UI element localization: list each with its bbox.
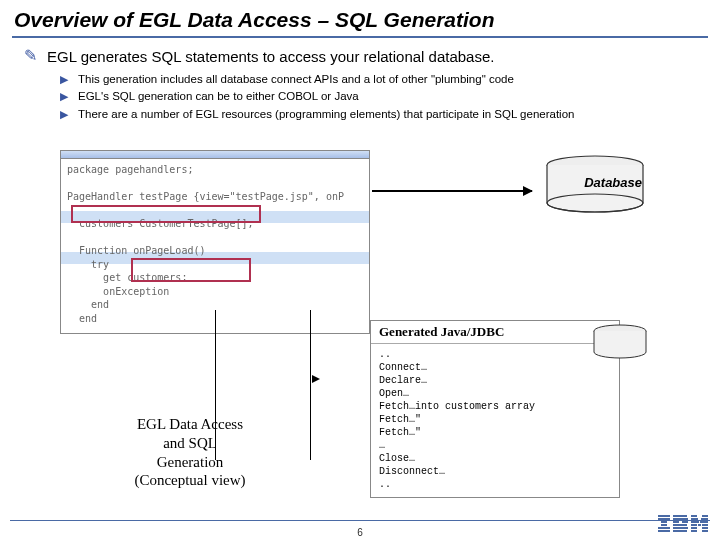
svg-rect-10 — [673, 518, 688, 520]
arrow-icon — [312, 375, 320, 383]
slide-title: Overview of EGL Data Access – SQL Genera… — [0, 0, 720, 36]
svg-rect-12 — [682, 521, 688, 523]
svg-rect-8 — [658, 530, 670, 532]
sub-bullet: ▶ EGL's SQL generation can be to either … — [60, 88, 720, 105]
svg-rect-20 — [691, 521, 699, 523]
svg-rect-18 — [691, 518, 698, 520]
code-line: try — [67, 259, 109, 270]
title-underline — [12, 36, 708, 38]
code-line: end — [67, 313, 97, 324]
svg-rect-25 — [691, 527, 697, 529]
sub-bullet-text: EGL's SQL generation can be to either CO… — [78, 88, 359, 105]
svg-rect-19 — [701, 518, 708, 520]
generated-body: .. Connect… Declare… Open… Fetch…into cu… — [371, 344, 619, 497]
svg-rect-23 — [698, 524, 701, 526]
connector-line — [310, 310, 311, 460]
svg-rect-9 — [673, 515, 687, 517]
code-line: Function onPageLoad() — [67, 245, 205, 256]
arrow-icon: ▶ — [60, 88, 68, 105]
highlight-box — [131, 258, 251, 282]
arrow-icon: ▶ — [60, 106, 68, 123]
arrow-icon — [372, 190, 532, 192]
sub-bullet: ▶ This generation includes all database … — [60, 71, 720, 88]
svg-rect-27 — [691, 530, 697, 532]
arrow-icon: ▶ — [60, 71, 68, 88]
code-window: package pagehandlers; PageHandler testPa… — [60, 150, 370, 334]
svg-rect-13 — [673, 524, 687, 526]
caption-line: (Conceptual view) — [105, 471, 275, 490]
svg-rect-24 — [702, 524, 708, 526]
svg-rect-21 — [700, 521, 708, 523]
code-line: package pagehandlers; — [67, 164, 193, 175]
diagram-area: package pagehandlers; PageHandler testPa… — [60, 150, 660, 490]
bullet-icon: ✎ — [24, 46, 37, 65]
database-icon — [590, 324, 650, 360]
generated-code-window: Generated Java/JDBC .. Connect… Declare…… — [370, 320, 620, 498]
code-line: PageHandler testPage {view="testPage.jsp… — [67, 191, 344, 202]
svg-rect-22 — [691, 524, 697, 526]
svg-rect-28 — [702, 530, 708, 532]
sub-bullet-text: There are a number of EGL resources (pro… — [78, 106, 574, 123]
diagram-caption: EGL Data Access and SQL Generation (Conc… — [105, 415, 275, 490]
ibm-logo — [658, 515, 708, 537]
main-bullet: ✎ EGL generates SQL statements to access… — [0, 48, 720, 71]
svg-rect-26 — [702, 527, 708, 529]
caption-line: and SQL — [105, 434, 275, 453]
svg-rect-6 — [661, 524, 667, 526]
database-label: Database — [584, 175, 642, 190]
svg-rect-15 — [673, 530, 687, 532]
svg-rect-11 — [673, 521, 679, 523]
svg-rect-14 — [673, 527, 688, 529]
code-titlebar — [61, 151, 369, 159]
sub-bullet: ▶ There are a number of EGL resources (p… — [60, 106, 720, 123]
svg-rect-16 — [691, 515, 697, 517]
svg-rect-17 — [702, 515, 708, 517]
svg-rect-5 — [661, 521, 667, 523]
highlight-box — [71, 205, 261, 223]
svg-rect-7 — [658, 527, 670, 529]
code-line: end — [67, 299, 109, 310]
sub-bullet-list: ▶ This generation includes all database … — [0, 71, 720, 123]
footer: 6 — [0, 520, 720, 540]
page-number: 6 — [357, 527, 363, 538]
generated-title: Generated Java/JDBC — [371, 321, 619, 344]
caption-line: EGL Data Access — [105, 415, 275, 434]
sub-bullet-text: This generation includes all database co… — [78, 71, 514, 88]
caption-line: Generation — [105, 453, 275, 472]
code-body: package pagehandlers; PageHandler testPa… — [61, 159, 369, 333]
footer-rule — [10, 520, 710, 521]
svg-rect-3 — [658, 515, 670, 517]
svg-rect-4 — [658, 518, 670, 520]
code-line: onException — [67, 286, 169, 297]
main-bullet-text: EGL generates SQL statements to access y… — [47, 48, 494, 65]
